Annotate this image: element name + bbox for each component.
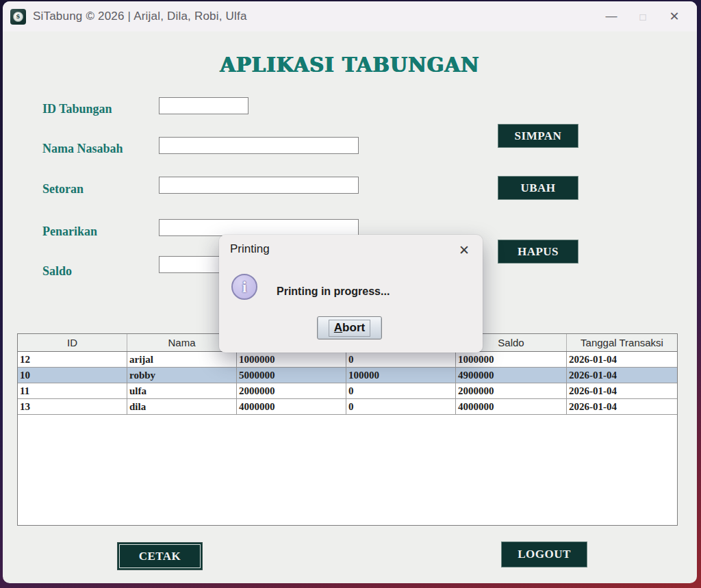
app-logo-icon: $ xyxy=(10,9,26,25)
label-setoran: Setoran xyxy=(42,182,84,196)
app-window: $ SiTabung © 2026 | Arijal, Dila, Robi, … xyxy=(3,1,697,583)
minimize-button[interactable]: — xyxy=(596,5,627,28)
titlebar: $ SiTabung © 2026 | Arijal, Dila, Robi, … xyxy=(3,1,697,31)
printing-dialog: Printing ✕ i Printing in progress... Abo… xyxy=(219,235,483,353)
cetak-button[interactable]: CETAK xyxy=(117,542,203,570)
penarikan-input[interactable] xyxy=(159,219,359,236)
cell-saldo: 4000000 xyxy=(456,399,567,414)
dialog-title: Printing xyxy=(230,242,270,256)
abort-button[interactable]: Abort xyxy=(317,316,382,340)
cell-nama: robby xyxy=(127,368,237,383)
window-title: SiTabung © 2026 | Arijal, Dila, Robi, Ul… xyxy=(33,10,247,23)
cell-id: 10 xyxy=(18,368,127,383)
maximize-button[interactable]: □ xyxy=(627,5,659,28)
cell-id: 13 xyxy=(18,399,127,414)
hapus-button[interactable]: HAPUS xyxy=(498,240,578,264)
label-penarikan: Penarikan xyxy=(42,225,97,239)
cell-penarikan: 0 xyxy=(346,352,456,367)
page-title: APLIKASI TABUNGAN xyxy=(3,53,697,77)
logout-button[interactable]: LOGOUT xyxy=(501,541,587,567)
cell-setoran: 4000000 xyxy=(237,399,346,414)
label-saldo: Saldo xyxy=(42,264,72,279)
label-nama-nasabah: Nama Nasabah xyxy=(42,142,123,156)
dialog-close-icon[interactable]: ✕ xyxy=(455,241,473,259)
table-row[interactable]: 11 ulfa 2000000 0 2000000 2026-01-04 xyxy=(18,383,677,399)
cell-tanggal: 2026-01-04 xyxy=(567,383,677,398)
id-tabungan-input[interactable] xyxy=(159,97,248,114)
cell-saldo: 1000000 xyxy=(456,352,567,367)
table-row[interactable]: 12 arijal 1000000 0 1000000 2026-01-04 xyxy=(18,352,677,368)
cell-nama: arijal xyxy=(127,352,237,367)
cell-id: 11 xyxy=(18,383,127,398)
column-header-id[interactable]: ID xyxy=(18,334,127,351)
cell-tanggal: 2026-01-04 xyxy=(567,368,677,383)
cell-id: 12 xyxy=(18,352,127,367)
cell-tanggal: 2026-01-04 xyxy=(567,399,677,414)
cell-nama: dila xyxy=(127,399,237,414)
cell-penarikan: 100000 xyxy=(346,368,456,383)
cell-setoran: 2000000 xyxy=(237,383,346,398)
ubah-button[interactable]: UBAH xyxy=(498,176,578,200)
coin-icon: $ xyxy=(13,12,23,22)
window-controls: — □ ✕ xyxy=(596,1,690,31)
cell-penarikan: 0 xyxy=(346,399,456,414)
cell-tanggal: 2026-01-04 xyxy=(567,352,677,367)
simpan-button[interactable]: SIMPAN xyxy=(498,124,578,148)
info-icon: i xyxy=(231,274,257,300)
savings-table: ID Nama Setoran Penarikan Saldo Tanggal … xyxy=(17,333,678,526)
column-header-tanggal[interactable]: Tanggal Transaksi xyxy=(567,334,677,351)
cell-setoran: 5000000 xyxy=(237,368,346,383)
table-row[interactable]: 13 dila 4000000 0 4000000 2026-01-04 xyxy=(18,399,677,415)
close-button[interactable]: ✕ xyxy=(659,5,690,28)
cell-saldo: 2000000 xyxy=(456,383,567,398)
cell-saldo: 4900000 xyxy=(456,368,567,383)
label-id-tabungan: ID Tabungan xyxy=(42,102,112,116)
setoran-input[interactable] xyxy=(159,177,359,194)
abort-button-label: Abort xyxy=(329,320,370,337)
cell-nama: ulfa xyxy=(127,383,237,398)
table-row-selected[interactable]: 10 robby 5000000 100000 4900000 2026-01-… xyxy=(18,368,677,383)
dialog-message: Printing in progress... xyxy=(277,285,390,298)
nama-nasabah-input[interactable] xyxy=(159,137,359,154)
cell-penarikan: 0 xyxy=(346,383,456,398)
cell-setoran: 1000000 xyxy=(237,352,346,367)
